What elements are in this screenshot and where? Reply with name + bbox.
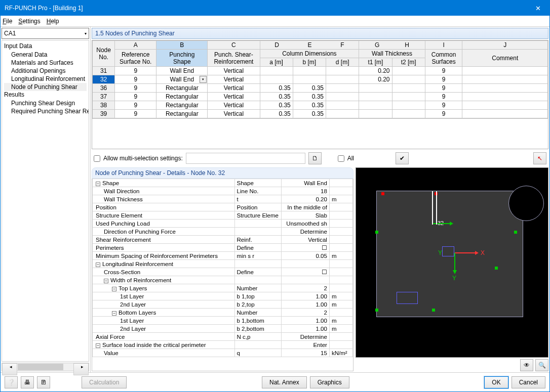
menu-file[interactable]: File <box>3 18 12 25</box>
svg-text:X: X <box>481 249 485 256</box>
tree-item[interactable]: Required Punching Shear Reinf. <box>4 107 87 115</box>
allow-multi-label: Allow multi-selection settings: <box>103 155 183 162</box>
tree-item[interactable]: General Data <box>4 51 87 59</box>
details-row[interactable]: −Surface load inside the critical perime… <box>93 341 353 349</box>
view-eye-button[interactable]: 👁 <box>520 359 533 371</box>
table-row[interactable]: 329Wall End▾Vertical0.209 <box>93 75 548 84</box>
export-button[interactable]: 🖶 <box>21 376 34 388</box>
details-row[interactable]: −Top LayersNumber2 <box>93 284 353 292</box>
details-row[interactable]: Structure ElementStructure ElemeSlab <box>93 211 353 220</box>
details-row[interactable]: 1st Layerb 1,top1.00m <box>93 292 353 300</box>
tree-group-results[interactable]: Results <box>4 91 87 98</box>
svg-marker-6 <box>453 270 457 274</box>
details-row[interactable]: Valueq15kN/m² <box>93 349 353 357</box>
data-grid[interactable]: NodeNo.ABCD E FG HIJReferenceSurface No.… <box>92 40 548 149</box>
table-row[interactable]: 399RectangularVertical0.350.359 <box>93 110 548 118</box>
calculation-button[interactable]: Calculation <box>82 376 127 388</box>
table-row[interactable]: 369RectangularVertical0.350.359 <box>93 84 548 93</box>
all-label: All <box>347 155 354 162</box>
details-row[interactable]: Wall DirectionLine No.18 <box>93 187 353 195</box>
details-panel: Node of Punching Shear - Details - Node … <box>92 167 353 371</box>
table-row[interactable]: 319Wall EndVertical0.209 <box>93 67 548 75</box>
chevron-down-icon: ▾ <box>85 31 87 36</box>
table-row[interactable]: 389RectangularVertical0.350.359 <box>93 101 548 110</box>
details-row[interactable]: Shear ReinforcementReinf.Vertical <box>93 236 353 244</box>
tree-item[interactable]: Longitudinal Reinforcement <box>4 75 87 83</box>
sidebar: CA1 ▾ Input DataGeneral DataMaterials an… <box>1 27 91 372</box>
close-icon[interactable]: ✕ <box>527 5 549 12</box>
details-row[interactable]: Cross-SectionDefine☐ <box>93 268 353 276</box>
view-zoom-button[interactable]: 🔍 <box>535 359 548 371</box>
details-row[interactable]: −Width of Reinforcement <box>93 276 353 284</box>
details-header: Node of Punching Shear - Details - Node … <box>92 167 353 179</box>
svg-text:Y: Y <box>452 275 456 282</box>
details-row[interactable]: PerimetersDefine☐ <box>93 244 353 252</box>
scroll-left-icon[interactable]: ◂ <box>2 363 17 375</box>
all-checkbox[interactable] <box>338 155 344 162</box>
svg-marker-3 <box>475 251 479 255</box>
details-row[interactable]: 1st Layerb 1,bottom1.00m <box>93 317 353 325</box>
viewer-panel: 32 X Y Y 👁 🔍 <box>356 167 548 371</box>
ok-button[interactable]: OK <box>484 376 508 388</box>
details-row[interactable]: Direction of Punching ForceDetermine <box>93 228 353 236</box>
details-row[interactable]: PositionPositionIn the middle of <box>93 203 353 211</box>
pick-surfaces-button[interactable]: 🗋 <box>308 152 322 164</box>
tree-item[interactable]: Node of Punching Shear <box>4 83 87 91</box>
allow-multi-field[interactable] <box>186 153 305 164</box>
tree-item[interactable]: Punching Shear Design <box>4 99 87 107</box>
tree-item[interactable]: Additional Openings <box>4 67 87 75</box>
window-title: RF-PUNCH Pro - [Building 1] <box>5 5 527 12</box>
cancel-button[interactable]: Cancel <box>512 376 545 388</box>
details-row[interactable]: Wall Thicknesst0.20m <box>93 195 353 203</box>
scroll-right-icon[interactable]: ▸ <box>73 363 89 375</box>
details-row[interactable]: Used Punching LoadUnsmoothed sh <box>93 220 353 228</box>
chevron-down-icon[interactable]: ▾ <box>200 76 207 83</box>
pick-node-button[interactable]: ↖ <box>533 152 546 164</box>
details-row[interactable]: −Bottom LayersNumber2 <box>93 309 353 317</box>
viewport-3d[interactable]: 32 X Y Y <box>356 167 548 358</box>
import-button[interactable]: 🖹 <box>37 376 50 388</box>
scroll-thumb[interactable] <box>18 364 63 370</box>
details-row[interactable]: −ShapeShapeWall End <box>93 179 353 187</box>
help-button[interactable]: ❔ <box>5 376 18 388</box>
allow-multi-checkbox[interactable] <box>94 155 100 162</box>
titlebar: RF-PUNCH Pro - [Building 1] ✕ <box>1 1 549 16</box>
menubar: File Settings Help <box>1 16 549 27</box>
svg-text:Y: Y <box>438 249 442 256</box>
menu-help[interactable]: Help <box>47 18 59 25</box>
details-row[interactable]: Axial ForceN c,pDetermine <box>93 333 353 341</box>
details-row[interactable]: 2nd Layerb 2,bottom1.00m <box>93 325 353 333</box>
nav-tree: Input DataGeneral DataMaterials and Surf… <box>2 40 89 362</box>
apply-button[interactable]: ✔ <box>396 152 409 164</box>
graphics-button[interactable]: Graphics <box>310 376 349 388</box>
tree-item[interactable]: Materials and Surfaces <box>4 59 87 67</box>
svg-marker-1 <box>450 222 453 226</box>
details-row[interactable]: Minimum Spacing of Reinforcement Perimet… <box>93 252 353 260</box>
tree-group-input[interactable]: Input Data <box>4 42 87 50</box>
menu-settings[interactable]: Settings <box>18 18 40 25</box>
details-row[interactable]: −Longitudinal Reinforcement <box>93 260 353 268</box>
details-row[interactable]: 2nd Layerb 2,top1.00m <box>93 300 353 309</box>
sidebar-scrollbar[interactable]: ◂ ▸ <box>2 363 89 371</box>
section-title: 1.5 Nodes of Punching Shear <box>92 28 548 39</box>
table-row[interactable]: 379RectangularVertical0.350.359 <box>93 93 548 101</box>
case-combo[interactable]: CA1 ▾ <box>2 28 89 39</box>
nat-annex-button[interactable]: Nat. Annex <box>262 376 307 388</box>
